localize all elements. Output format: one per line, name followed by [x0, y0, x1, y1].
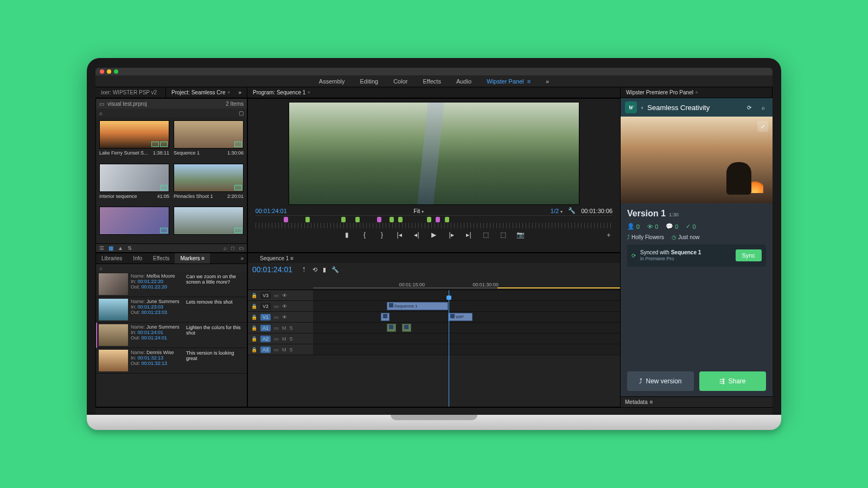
wipster-preview-image[interactable]: ⤢ [621, 117, 773, 203]
media-clip[interactable] [99, 207, 169, 240]
program-marker-strip[interactable] [256, 215, 613, 223]
menu-wipster-panel[interactable]: Wipster Panel ≡ [487, 78, 531, 85]
menu-color[interactable]: Color [393, 78, 407, 85]
source-tab[interactable]: ixer: WIPSTER PSP v2 [95, 87, 166, 98]
mark-in-icon[interactable]: { [361, 231, 368, 239]
button-editor-icon[interactable]: ＋ [605, 231, 612, 239]
solo-icon[interactable]: S [290, 347, 293, 352]
play-icon[interactable]: ▶ [430, 231, 438, 239]
snap-icon[interactable]: ⭫ [301, 266, 307, 273]
timeline-clip[interactable]: Sequence 1 [387, 302, 448, 310]
mark-out-icon[interactable]: } [378, 231, 386, 239]
zoom-dropdown[interactable]: 1/2 ▾ [551, 208, 563, 214]
mute-icon[interactable]: M [282, 336, 286, 342]
marker-row[interactable]: Name: June Summers In: 00:01:23:03 Out: … [96, 297, 247, 323]
settings-icon[interactable]: 🔧 [331, 266, 339, 273]
timeline-clip[interactable]: WIP [448, 313, 473, 321]
menu-editing[interactable]: Editing [360, 78, 379, 85]
search-icon[interactable]: ⌕ [99, 110, 103, 116]
sync-lock-icon[interactable]: ▭ [274, 314, 279, 320]
track-body[interactable] [313, 344, 620, 355]
search-icon[interactable]: ⌕ [99, 265, 103, 271]
playhead[interactable] [449, 290, 449, 407]
popout-icon[interactable]: ⤢ [757, 121, 768, 132]
wipster-panel-tab[interactable]: Wipster Premiere Pro Panel ≡ [621, 87, 773, 98]
program-marker[interactable] [355, 217, 360, 222]
program-marker[interactable] [445, 217, 449, 222]
timeline-marker[interactable] [387, 276, 391, 281]
timeline-marker[interactable] [402, 276, 406, 281]
work-area-bar[interactable] [313, 287, 620, 288]
media-clip[interactable]: Interior sequence41:05 [99, 164, 169, 203]
toggle-output-icon[interactable]: 👁 [282, 304, 287, 309]
track-body[interactable] [313, 333, 620, 344]
marker-row[interactable]: Name: Melba Moore In: 00:01:22:20 Out: 0… [96, 272, 247, 297]
search-icon[interactable]: ⌕ [758, 102, 768, 112]
solo-icon[interactable]: S [290, 336, 293, 342]
step-forward-icon[interactable]: |▸ [448, 231, 455, 239]
timeline-ruler[interactable]: 00:01:15:0000:01:30:00 [313, 282, 620, 290]
marker-row[interactable]: Name: June Summers In: 00:01:24:01 Out: … [96, 323, 247, 348]
timeline-clip[interactable] [381, 313, 390, 321]
track-body[interactable]: WIP [313, 312, 620, 322]
wipster-logo[interactable]: W [625, 101, 637, 113]
timeline-sequence-tab[interactable]: Sequence 1 ≡ [260, 255, 293, 261]
find-icon[interactable]: □ [231, 245, 234, 251]
track-header[interactable]: 🔒 V3 ▭ 👁 [248, 290, 313, 300]
lock-icon[interactable]: 🔒 [251, 293, 257, 298]
track-body[interactable] [313, 290, 620, 300]
timeline-marker[interactable] [436, 276, 440, 281]
program-tab[interactable]: Program: Sequence 1 ≡ [247, 87, 621, 98]
track-toggle[interactable]: A2 [260, 336, 271, 342]
share-button[interactable]: ⇶Share [699, 371, 766, 391]
tab-markers[interactable]: Markers ≡ [175, 253, 210, 264]
back-chevron-icon[interactable]: ‹ [641, 105, 643, 111]
track-header[interactable]: 🔒 A2 ▭ MS [248, 333, 313, 344]
mute-icon[interactable]: M [282, 325, 286, 331]
program-marker[interactable] [398, 217, 403, 222]
program-marker[interactable] [377, 217, 381, 222]
sync-lock-icon[interactable]: ▭ [274, 304, 279, 309]
toggle-output-icon[interactable]: 👁 [282, 314, 287, 320]
mute-icon[interactable]: M [282, 347, 286, 352]
export-frame-icon[interactable]: 📷 [517, 231, 525, 239]
minimize-traffic-light[interactable] [107, 69, 111, 74]
zoom-traffic-light[interactable] [114, 69, 118, 74]
track-toggle[interactable]: V2 [260, 303, 271, 310]
track-header[interactable]: 🔒 V1 ▭ 👁 [248, 312, 313, 322]
track-toggle[interactable]: V3 [260, 292, 271, 299]
menu-audio[interactable]: Audio [456, 78, 471, 85]
sync-button[interactable]: Sync [736, 249, 762, 261]
menu-effects[interactable]: Effects [423, 78, 441, 85]
program-video-frame[interactable] [289, 102, 579, 205]
sync-lock-icon[interactable]: ▭ [274, 347, 279, 352]
new-bin-icon[interactable]: ▢ [239, 110, 244, 116]
track-body[interactable] [313, 323, 620, 333]
freeform-view-icon[interactable]: ▲ [118, 245, 123, 251]
go-to-in-icon[interactable]: |◂ [395, 231, 403, 239]
track-toggle[interactable]: V1 [260, 314, 271, 320]
track-header[interactable]: 🔒 A3 ▭ MS [248, 344, 313, 355]
project-tab[interactable]: Project: Seamless Cre ≡ » [166, 87, 247, 98]
tab-libraries[interactable]: Libraries [96, 253, 127, 264]
step-back-icon[interactable]: ◂| [413, 231, 420, 239]
timeline-clip[interactable] [387, 324, 396, 332]
media-clip[interactable]: Pinnacles Shoot 12:20:01 [174, 164, 244, 203]
tab-effects[interactable]: Effects [148, 253, 175, 264]
new-item-icon[interactable]: ▭ [239, 245, 244, 251]
sync-lock-icon[interactable]: ▭ [274, 336, 279, 342]
menu-assembly[interactable]: Assembly [319, 78, 345, 85]
timeline-marker[interactable] [448, 276, 452, 281]
icon-view-icon[interactable]: ▦ [108, 245, 113, 251]
track-header[interactable]: 🔒 V2 ▭ 👁 [248, 301, 313, 311]
tab-info[interactable]: Info [127, 253, 148, 264]
timeline-clip[interactable] [402, 324, 411, 332]
tab-overflow-icon[interactable]: » [237, 255, 247, 261]
sort-icon[interactable]: ⇅ [127, 245, 132, 251]
toggle-output-icon[interactable]: 👁 [282, 293, 287, 298]
track-body[interactable]: Sequence 1 [313, 301, 620, 311]
refresh-icon[interactable]: ⟳ [744, 102, 754, 112]
menu-overflow-icon[interactable]: » [546, 78, 549, 85]
marker-row[interactable]: Name: Dennis Wise In: 00:01:32:13 Out: 0… [96, 348, 247, 374]
metadata-tab[interactable]: Metadata ≡ [621, 396, 773, 407]
